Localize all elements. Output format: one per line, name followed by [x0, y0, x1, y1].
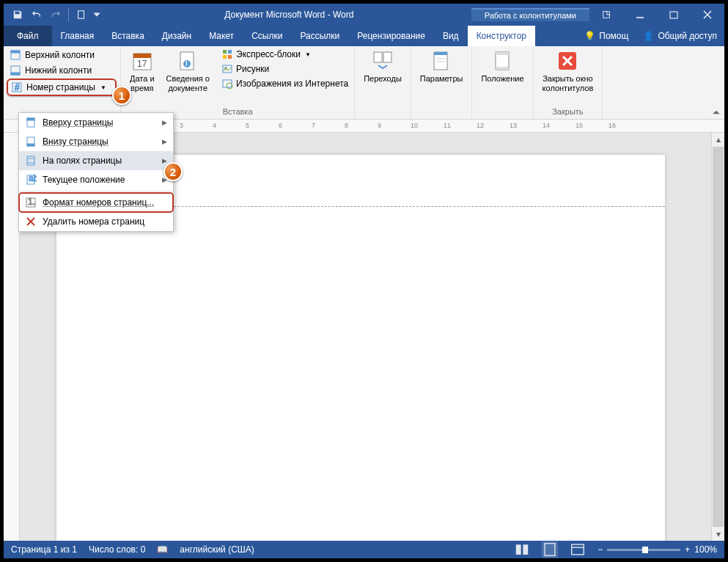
save-button[interactable]	[10, 7, 26, 23]
chevron-right-icon: ▶	[162, 138, 167, 145]
tab-insert[interactable]: Вставка	[103, 26, 153, 46]
read-mode-button[interactable]	[514, 541, 530, 558]
header-button[interactable]: Верхний колонти	[7, 48, 117, 62]
svg-rect-39	[545, 544, 555, 556]
close-header-footer-button[interactable]: Закрыть окно колонтитулов	[537, 48, 600, 94]
svg-rect-21	[223, 55, 227, 59]
svg-rect-40	[572, 544, 584, 555]
status-page[interactable]: Страница 1 из 1	[11, 544, 77, 555]
tab-design[interactable]: Дизайн	[153, 26, 200, 46]
new-doc-button[interactable]	[73, 7, 89, 23]
menu-remove-page-numbers[interactable]: Удалить номера страниц	[19, 212, 173, 231]
scroll-thumb[interactable]	[713, 147, 724, 527]
footer-icon	[10, 65, 21, 76]
document-info-button[interactable]: i Сведения о документе	[161, 48, 216, 94]
zoom-level[interactable]: 100%	[694, 544, 717, 555]
chevron-right-icon: ▶	[162, 119, 167, 126]
delete-icon	[25, 216, 37, 227]
title-bar: Документ Microsoft Word - Word Работа с …	[4, 4, 724, 26]
options-icon	[430, 49, 453, 73]
undo-button[interactable]	[29, 7, 45, 23]
zoom-in-button[interactable]: +	[685, 544, 690, 555]
status-language[interactable]: английский (США)	[180, 544, 254, 555]
svg-rect-28	[383, 52, 391, 62]
menu-page-margins[interactable]: На полях страницы ▶	[19, 151, 173, 170]
goto-icon	[371, 49, 394, 73]
tab-layout[interactable]: Макет	[200, 26, 243, 46]
quick-access-toolbar	[4, 7, 107, 23]
date-time-button[interactable]: 17 Дата и время	[124, 48, 161, 94]
position-button[interactable]: Положение	[475, 48, 529, 85]
tab-view[interactable]: Вид	[434, 26, 468, 46]
page-top-icon	[25, 117, 37, 128]
status-bar: Страница 1 из 1 Число слов: 0 📖 английск…	[4, 541, 724, 558]
online-picture-icon	[221, 78, 233, 90]
svg-rect-3	[670, 12, 677, 18]
tab-review[interactable]: Рецензирование	[348, 26, 434, 46]
page-number-button[interactable]: # Номер страницы ▼	[7, 79, 117, 96]
menu-top-of-page[interactable]: Вверху страницы ▶	[19, 113, 173, 132]
menu-format-page-numbers[interactable]: 1. Формат номеров страниц...	[19, 193, 173, 212]
quick-parts-button[interactable]: Экспресс-блоки▼	[218, 48, 351, 61]
picture-icon	[221, 63, 233, 75]
svg-rect-20	[228, 50, 232, 54]
window-title: Документ Microsoft Word - Word	[107, 10, 471, 20]
callout-1: 1	[112, 86, 131, 105]
page-number-icon: #	[11, 81, 23, 93]
person-icon: 👤	[643, 31, 654, 41]
tell-me-button[interactable]: 💡Помощ	[577, 26, 636, 46]
ribbon-display-options-button[interactable]	[589, 4, 623, 26]
format-icon: 1.	[25, 197, 37, 208]
context-tools-label: Работа с колонтитулами	[471, 8, 589, 21]
online-pictures-button[interactable]: Изображения из Интернета	[218, 77, 351, 90]
status-proofing-icon[interactable]: 📖	[157, 544, 168, 555]
vertical-ruler[interactable]	[4, 133, 20, 541]
menu-bottom-of-page[interactable]: Внизу страницы ▶	[19, 132, 173, 151]
scroll-up-button[interactable]: ▴	[712, 133, 724, 146]
options-button[interactable]: Параметры	[414, 48, 469, 85]
callout-2: 2	[163, 162, 183, 181]
svg-rect-35	[496, 67, 509, 70]
svg-text:#: #	[15, 82, 20, 92]
svg-rect-27	[374, 52, 382, 62]
qat-customize-button[interactable]	[92, 7, 101, 23]
svg-text:1.: 1.	[28, 197, 35, 207]
web-layout-button[interactable]	[570, 541, 586, 558]
svg-rect-46	[27, 156, 34, 165]
vertical-scrollbar[interactable]: ▴ ▾	[711, 133, 724, 541]
svg-rect-30	[434, 52, 447, 55]
current-position-icon: ab	[25, 174, 37, 186]
svg-rect-19	[223, 50, 227, 54]
ribbon: Верхний колонти Нижний колонти # Номер с…	[4, 46, 724, 120]
print-layout-button[interactable]	[542, 541, 558, 558]
navigation-button[interactable]: Переходы	[358, 48, 408, 85]
redo-button[interactable]	[48, 7, 64, 23]
menu-current-position[interactable]: ab Текущее положение ▶	[19, 170, 173, 189]
calendar-icon: 17	[130, 49, 154, 73]
ribbon-tabs: Файл Главная Вставка Дизайн Макет Ссылки…	[4, 26, 724, 46]
zoom-slider[interactable]	[607, 549, 680, 551]
tab-references[interactable]: Ссылки	[243, 26, 291, 46]
scroll-down-button[interactable]: ▾	[712, 528, 724, 541]
footer-button[interactable]: Нижний колонти	[7, 63, 117, 78]
header-icon	[10, 49, 21, 61]
maximize-button[interactable]	[657, 4, 691, 26]
close-button[interactable]	[691, 4, 724, 26]
svg-rect-0	[78, 11, 84, 19]
close-x-icon	[556, 49, 579, 73]
tab-mailings[interactable]: Рассылки	[291, 26, 348, 46]
pictures-button[interactable]: Рисунки	[218, 62, 351, 76]
tab-home[interactable]: Главная	[52, 26, 103, 46]
svg-rect-43	[27, 118, 34, 120]
svg-rect-45	[27, 144, 34, 146]
page-number-menu: Вверху страницы ▶ Внизу страницы ▶ На по…	[18, 112, 174, 232]
tab-design-context[interactable]: Конструктор	[468, 26, 535, 46]
status-word-count[interactable]: Число слов: 0	[89, 544, 145, 555]
share-button[interactable]: 👤Общий доступ	[636, 26, 724, 46]
svg-text:ab: ab	[29, 174, 37, 183]
lightbulb-icon: 💡	[584, 31, 595, 41]
collapse-ribbon-button[interactable]	[711, 107, 721, 117]
tab-file[interactable]: Файл	[4, 26, 52, 46]
zoom-out-button[interactable]: −	[598, 544, 603, 555]
minimize-button[interactable]	[623, 4, 657, 26]
